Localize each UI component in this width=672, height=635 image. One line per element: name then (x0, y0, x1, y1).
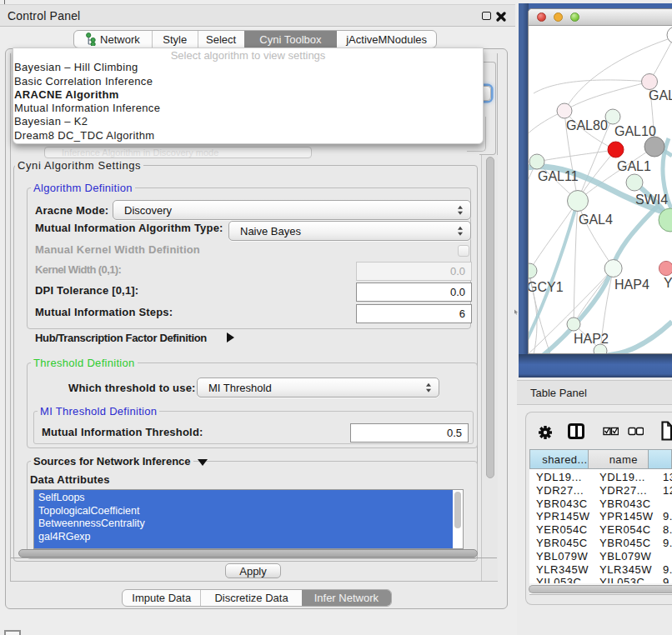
svg-text:GAL4: GAL4 (579, 212, 613, 227)
svg-text:GAL11: GAL11 (538, 169, 579, 183)
svg-text:HAP4: HAP4 (614, 278, 649, 292)
svg-text:GAL10: GAL10 (614, 124, 656, 138)
svg-text:HAP2: HAP2 (574, 332, 609, 346)
svg-text:GAL1: GAL1 (617, 159, 651, 173)
svg-text:GAL7: GAL7 (649, 88, 672, 102)
svg-text:Y: Y (664, 276, 672, 290)
svg-text:SWI4: SWI4 (635, 192, 668, 207)
svg-text:GAL80: GAL80 (566, 118, 608, 132)
svg-text:GCY1: GCY1 (529, 280, 564, 294)
